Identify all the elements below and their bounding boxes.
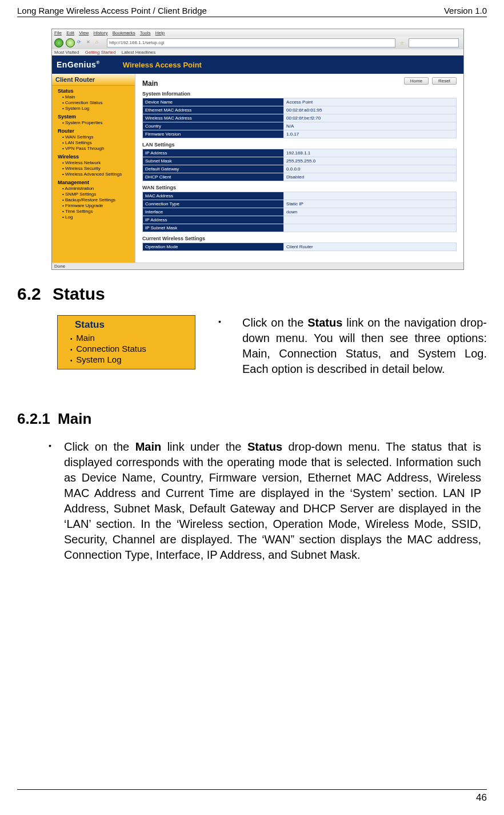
sidebar-item-backup[interactable]: Backup/Restore Settings: [52, 197, 135, 203]
browser-menu-bar: File Edit View History Bookmarks Tools H…: [52, 29, 463, 37]
sidebar-sec-system: System: [52, 112, 135, 120]
text-span: link under the: [161, 440, 247, 453]
table-row: Default Gateway0.0.0.0: [143, 165, 457, 173]
sidebar-item-wadv[interactable]: Wireless Advanced Settings: [52, 172, 135, 177]
browser-statusbar: Done: [52, 263, 463, 269]
status-panel-item-main[interactable]: Main: [58, 333, 195, 344]
section-6-2-num: 6.2: [17, 284, 41, 303]
table-row: IP Subnet Mask: [143, 224, 457, 232]
section-wireless-title: Current Wireless Settings: [142, 236, 457, 241]
text-span: Click on the: [64, 440, 135, 453]
table-wireless: Operation ModeClient Router: [142, 242, 457, 251]
table-row: Device NameAccess Point: [143, 98, 457, 106]
table-row: Operation ModeClient Router: [143, 243, 457, 251]
menu-file[interactable]: File: [54, 30, 62, 35]
reset-button[interactable]: Reset: [432, 77, 457, 85]
app-body: Client Router Status Main Connection Sta…: [52, 74, 463, 263]
text-span: Click on the: [242, 316, 307, 329]
browser-toolbar: ⟳ ✕ ⌂ http://192.168.1.1/setup.cgi ☆: [52, 37, 463, 49]
reload-icon[interactable]: ⟳: [77, 39, 84, 46]
status-panel-item-syslog[interactable]: System Log: [58, 355, 195, 365]
text-bold-status: Status: [307, 316, 342, 329]
sidebar-sec-router: Router: [52, 126, 135, 134]
sidebar-item-syslog[interactable]: System Log: [52, 106, 135, 112]
stop-icon[interactable]: ✕: [86, 39, 93, 46]
sidebar-sec-mgmt: Management: [52, 177, 135, 186]
sidebar: Client Router Status Main Connection Sta…: [52, 74, 135, 263]
sidebar-item-wsec[interactable]: Wireless Security: [52, 166, 135, 172]
sidebar-item-sysprops[interactable]: System Properties: [52, 120, 135, 126]
bookmark-bar: Most Visited Getting Started Latest Head…: [52, 49, 463, 55]
back-button[interactable]: [54, 38, 63, 47]
forward-button[interactable]: [66, 38, 75, 47]
table-row: Firmware Version1.0.17: [143, 130, 457, 138]
page-number: 46: [476, 792, 487, 803]
table-row: Connection TypeStatic IP: [143, 200, 457, 208]
menu-help[interactable]: Help: [155, 30, 165, 35]
table-row: Wireless MAC Address00:02:6f:be:f2:70: [143, 114, 457, 122]
text-bold-main: Main: [135, 440, 162, 453]
section-6-2-bullet: Click on the Status link on the navigati…: [218, 315, 487, 377]
table-lan: IP Address192.168.1.1 Subnet Mask255.255…: [142, 149, 457, 181]
section-6-2-1-bullet: Click on the Main link under the Status …: [40, 439, 481, 563]
home-button[interactable]: Home: [404, 77, 429, 85]
favorite-icon[interactable]: ☆: [400, 41, 404, 46]
section-6-2-1-list: Click on the Main link under the Status …: [17, 439, 487, 563]
sidebar-item-time[interactable]: Time Settings: [52, 209, 135, 214]
bookmark-gettingstarted[interactable]: Getting Started: [85, 50, 116, 55]
app-brandbar: EnGenius® Wireless Access Point: [52, 55, 463, 74]
sidebar-item-admin[interactable]: Administration: [52, 186, 135, 192]
text-bold-status2: Status: [247, 440, 282, 453]
header-left: Long Range Wireless Access Point / Clien…: [17, 6, 207, 15]
table-row: CountryN/A: [143, 122, 457, 130]
section-6-2-1-num: 6.2.1: [17, 410, 50, 427]
main-panel: Home Reset Main System Information Devic…: [135, 74, 463, 263]
table-row: MAC Address: [143, 192, 457, 200]
menu-edit[interactable]: Edit: [66, 30, 74, 35]
url-text: http://192.168.1.1/setup.cgi: [109, 40, 165, 45]
sidebar-item-main[interactable]: Main: [52, 94, 135, 100]
sidebar-item-connstatus[interactable]: Connection Status: [52, 100, 135, 106]
text-span: drop-down menu. The status that is displ…: [64, 440, 481, 561]
section-6-2-1-title: 6.2.1 Main: [17, 410, 487, 428]
screenshot: File Edit View History Bookmarks Tools H…: [51, 29, 464, 270]
menu-tools[interactable]: Tools: [140, 30, 151, 35]
sidebar-item-fw[interactable]: Firmware Upgrade: [52, 203, 135, 209]
status-panel-item-conn[interactable]: Connection Status: [58, 344, 195, 355]
section-sysinfo-title: System Information: [142, 91, 457, 97]
table-row: DHCP ClientDisabled: [143, 173, 457, 181]
sidebar-mode-title: Client Router: [52, 74, 135, 86]
sidebar-item-vpn[interactable]: VPN Pass Through: [52, 146, 135, 152]
page-footer: 46: [17, 789, 487, 804]
logo: EnGenius®: [57, 60, 100, 69]
home-icon[interactable]: ⌂: [95, 39, 102, 46]
section-6-2-title: 6.2 Status: [17, 284, 487, 304]
bookmark-mostvisited[interactable]: Most Visited: [54, 50, 79, 55]
sidebar-item-snmp[interactable]: SNMP Settings: [52, 192, 135, 197]
sidebar-sec-wireless: Wireless: [52, 152, 135, 160]
status-panel-heading: Status: [58, 316, 195, 333]
search-bar[interactable]: [409, 38, 459, 47]
sidebar-item-wnet[interactable]: Wireless Network: [52, 160, 135, 166]
table-sysinfo: Device NameAccess Point Ethernet MAC Add…: [142, 98, 457, 138]
table-row: IP Address192.168.1.1: [143, 149, 457, 157]
address-bar[interactable]: http://192.168.1.1/setup.cgi: [107, 38, 395, 47]
page-header: Long Range Wireless Access Point / Clien…: [17, 6, 487, 17]
menu-bookmarks[interactable]: Bookmarks: [113, 30, 135, 35]
bookmark-latest[interactable]: Latest Headlines: [122, 50, 156, 55]
brand-tagline: Wireless Access Point: [123, 61, 202, 69]
menu-history[interactable]: History: [94, 30, 108, 35]
table-row: Subnet Mask255.255.255.0: [143, 157, 457, 165]
browser-window: File Edit View History Bookmarks Tools H…: [51, 29, 464, 270]
table-row: IP Address: [143, 216, 457, 224]
menu-view[interactable]: View: [79, 30, 89, 35]
section-lan-title: LAN Settings: [142, 142, 457, 148]
sidebar-item-lan[interactable]: LAN Settings: [52, 140, 135, 146]
table-row: Interfacedown: [143, 208, 457, 216]
sidebar-item-log[interactable]: Log: [52, 214, 135, 220]
section-wan-title: WAN Settings: [142, 185, 457, 190]
status-panel: Status Main Connection Status System Log: [57, 315, 195, 369]
section-6-2-list: Click on the Status link on the navigati…: [218, 315, 487, 377]
header-right: Version 1.0: [444, 6, 487, 15]
sidebar-item-wan[interactable]: WAN Settings: [52, 134, 135, 140]
